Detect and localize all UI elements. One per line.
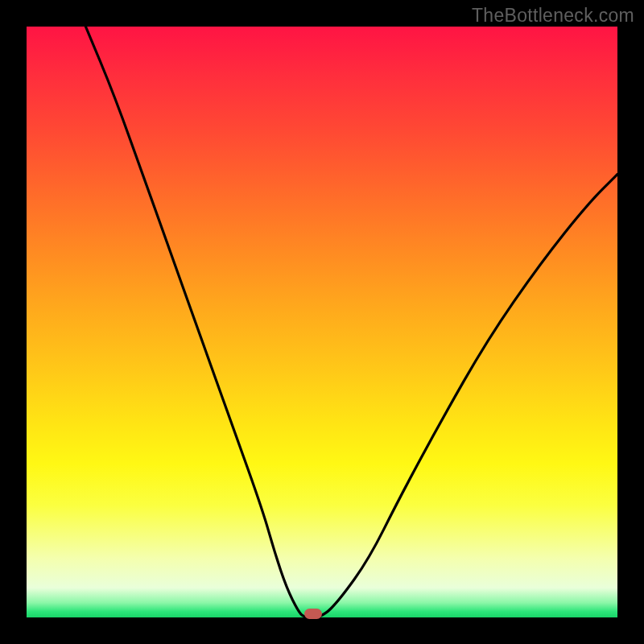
plot-area bbox=[27, 27, 617, 617]
minimum-marker bbox=[304, 609, 322, 619]
curve-layer bbox=[27, 27, 617, 617]
chart-frame: TheBottleneck.com bbox=[0, 0, 644, 644]
series-curve bbox=[85, 27, 617, 617]
watermark-text: TheBottleneck.com bbox=[472, 5, 634, 27]
